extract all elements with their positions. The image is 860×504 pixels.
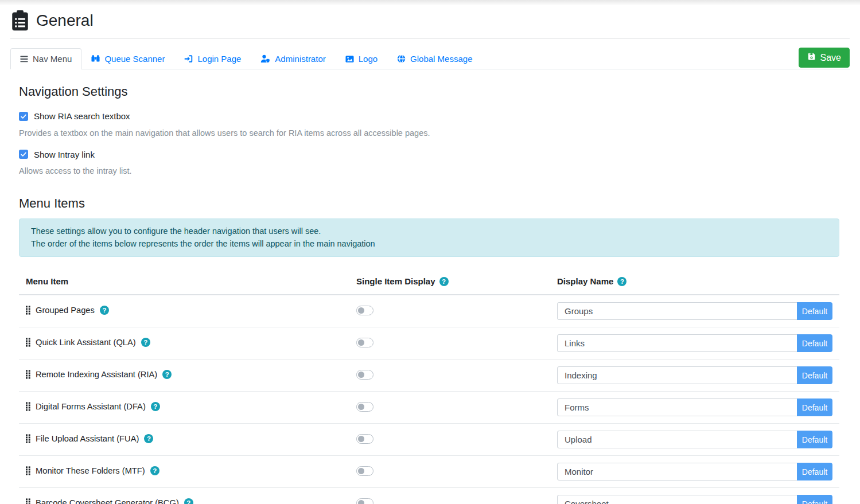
single-item-display-toggle[interactable]	[356, 306, 373, 315]
navigation-options: Show RIA search textbox Provides a textb…	[19, 111, 839, 175]
default-button[interactable]: Default	[797, 366, 832, 384]
tab-content-nav-menu: Navigation Settings Show RIA search text…	[0, 84, 860, 504]
table-header-row: Menu Item Single Item Display Display Na…	[19, 269, 839, 295]
column-header-menu-item: Menu Item	[19, 269, 349, 295]
option-description: Provides a textbox on the main navigatio…	[19, 128, 839, 138]
display-name-input[interactable]	[557, 366, 797, 384]
page-title: General	[36, 11, 94, 30]
default-button[interactable]: Default	[797, 495, 832, 504]
drag-handle-icon[interactable]	[26, 402, 30, 411]
help-icon[interactable]	[100, 306, 109, 315]
menu-item-row: Digital Forms Assistant (DFA) Default	[19, 392, 839, 424]
header-divider	[10, 38, 850, 39]
menu-items-info-box: These settings allow you to configure th…	[19, 218, 839, 257]
help-icon[interactable]	[184, 498, 193, 504]
tab-nav-menu[interactable]: Nav Menu	[10, 48, 81, 69]
display-name-input[interactable]	[557, 302, 797, 320]
menu-item-label: Digital Forms Assistant (DFA)	[36, 402, 146, 411]
menu-item-row: Remote Indexing Assistant (RIA) Default	[19, 360, 839, 392]
menu-items-heading: Menu Items	[19, 196, 839, 211]
menu-items-table: Menu Item Single Item Display Display Na…	[19, 269, 839, 504]
menu-item-label: Grouped Pages	[36, 306, 95, 315]
info-line: The order of the items below represents …	[31, 238, 827, 251]
tab-bar: Nav Menu Queue Scanner Login Page Admini…	[10, 48, 850, 69]
checkbox-option: Show RIA search textbox Provides a textb…	[19, 111, 839, 138]
tab-login-page[interactable]: Login Page	[174, 48, 251, 69]
menu-item-row: Monitor These Folders (MTF) Default	[19, 456, 839, 488]
help-icon[interactable]	[617, 277, 626, 286]
single-item-display-toggle[interactable]	[356, 402, 373, 412]
tab-logo[interactable]: Logo	[336, 48, 387, 69]
column-header-single-item-display: Single Item Display	[349, 269, 550, 295]
top-shade	[0, 0, 860, 5]
single-item-display-toggle[interactable]	[356, 498, 373, 504]
floppy-disk-icon	[807, 52, 816, 63]
checkbox-checked[interactable]	[19, 150, 28, 159]
help-icon[interactable]	[141, 338, 150, 347]
display-name-input[interactable]	[557, 334, 797, 352]
save-button-label: Save	[820, 53, 841, 63]
single-item-display-toggle[interactable]	[356, 434, 373, 444]
menu-item-row: File Upload Assistant (FUA) Default	[19, 424, 839, 456]
menu-item-row: Barcode Coversheet Generator (BCG) Defau…	[19, 488, 839, 504]
menu-item-row: Quick Link Assistant (QLA) Default	[19, 327, 839, 360]
user-shield-icon	[260, 54, 270, 63]
drag-handle-icon[interactable]	[26, 370, 30, 379]
clipboard-list-icon	[11, 10, 29, 31]
tab-administrator[interactable]: Administrator	[251, 48, 335, 69]
save-button[interactable]: Save	[799, 48, 850, 68]
nav-menu-icon	[20, 56, 28, 62]
single-item-display-toggle[interactable]	[356, 338, 373, 347]
menu-item-label: Monitor These Folders (MTF)	[36, 466, 145, 475]
display-name-input[interactable]	[557, 431, 797, 448]
tab-list: Nav Menu Queue Scanner Login Page Admini…	[10, 48, 482, 69]
default-button[interactable]: Default	[797, 463, 832, 480]
help-icon[interactable]	[150, 466, 159, 475]
help-icon[interactable]	[439, 277, 449, 286]
drag-handle-icon[interactable]	[26, 306, 30, 315]
page-header: General	[0, 5, 860, 38]
default-button[interactable]: Default	[797, 398, 832, 416]
tab-queue-scanner[interactable]: Queue Scanner	[81, 48, 174, 69]
option-label: Show Intray link	[34, 150, 95, 159]
drag-handle-icon[interactable]	[26, 498, 30, 504]
binoculars-icon	[91, 54, 100, 63]
drag-handle-icon[interactable]	[26, 338, 30, 347]
checkbox-checked[interactable]	[19, 112, 28, 121]
help-icon[interactable]	[162, 370, 172, 379]
checkbox-option: Show Intray link Allows access to the in…	[19, 150, 839, 176]
default-button[interactable]: Default	[797, 334, 832, 352]
drag-handle-icon[interactable]	[26, 434, 30, 443]
option-description: Allows access to the intray list.	[19, 166, 839, 175]
sign-in-icon	[184, 54, 193, 63]
display-name-input[interactable]	[557, 495, 797, 504]
menu-item-row: Grouped Pages Default	[19, 295, 839, 327]
help-icon[interactable]	[151, 402, 160, 411]
navigation-settings-heading: Navigation Settings	[19, 84, 839, 99]
tab-global-message[interactable]: Global Message	[387, 48, 482, 69]
help-icon[interactable]	[144, 434, 153, 443]
display-name-input[interactable]	[557, 398, 797, 416]
default-button[interactable]: Default	[797, 431, 832, 448]
menu-item-label: File Upload Assistant (FUA)	[36, 434, 139, 443]
default-button[interactable]: Default	[797, 302, 832, 320]
column-header-display-name: Display Name	[550, 269, 839, 295]
info-line: These settings allow you to configure th…	[31, 225, 827, 238]
globe-icon	[397, 54, 406, 63]
single-item-display-toggle[interactable]	[356, 466, 373, 476]
menu-item-label: Remote Indexing Assistant (RIA)	[36, 370, 157, 379]
single-item-display-toggle[interactable]	[356, 370, 373, 380]
menu-item-label: Barcode Coversheet Generator (BCG)	[36, 498, 179, 504]
image-icon	[345, 55, 354, 63]
drag-handle-icon[interactable]	[26, 466, 30, 475]
menu-item-label: Quick Link Assistant (QLA)	[36, 338, 136, 347]
option-label: Show RIA search textbox	[34, 111, 130, 121]
display-name-input[interactable]	[557, 463, 797, 480]
